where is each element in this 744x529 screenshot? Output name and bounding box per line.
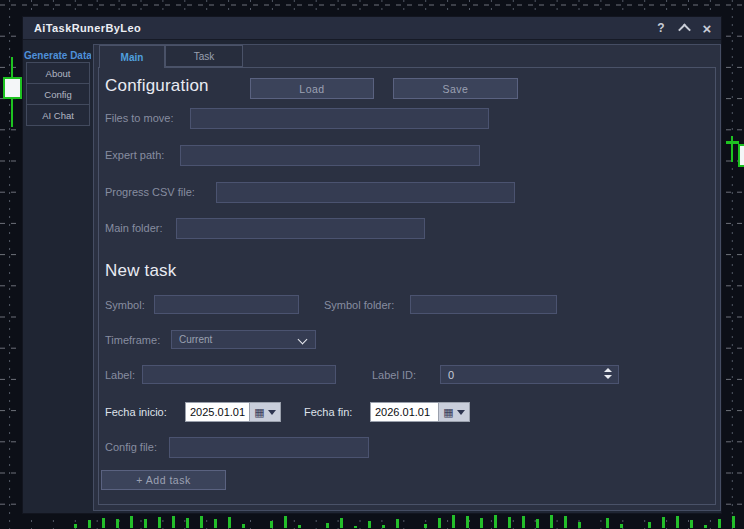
timeframe-select[interactable]: Current	[171, 330, 316, 349]
timeframe-label: Timeframe:	[105, 334, 160, 346]
chevron-down-icon	[298, 335, 308, 345]
sidebar-menu: About Config AI Chat	[26, 63, 90, 126]
sidebar-item-ai-chat[interactable]: AI Chat	[26, 104, 90, 126]
expert-path-input[interactable]	[180, 145, 480, 166]
label-label: Label:	[105, 369, 135, 381]
fecha-fin-label: Fecha fin:	[304, 406, 352, 418]
save-button[interactable]: Save	[393, 78, 518, 99]
tab-task[interactable]: Task	[165, 45, 243, 67]
symbol-input[interactable]	[154, 295, 299, 314]
sidebar-item-generate-data[interactable]: Generate Data	[23, 45, 91, 61]
help-icon[interactable]: ?	[653, 20, 669, 36]
fecha-fin-datepicker[interactable]: 2026.01.01 ▦	[370, 402, 470, 422]
main-tab-content: Configuration Load Save Files to move: E…	[99, 68, 715, 504]
window-controls: ? ×	[653, 17, 715, 39]
fecha-inicio-label: Fecha inicio:	[105, 406, 167, 418]
fecha-inicio-datepicker[interactable]: 2025.01.01 ▦	[185, 402, 281, 422]
calendar-icon[interactable]: ▦	[438, 403, 469, 421]
expert-path-label: Expert path:	[105, 149, 164, 161]
files-to-move-label: Files to move:	[105, 112, 173, 124]
generate-data-label: Generate Data	[24, 50, 91, 61]
label-id-stepper[interactable]: 0	[440, 365, 619, 384]
timeframe-value: Current	[179, 334, 212, 345]
add-task-button[interactable]: + Add task	[101, 470, 226, 490]
tab-page-frame: Configuration Load Save Files to move: E…	[98, 67, 716, 505]
symbol-label: Symbol:	[105, 299, 145, 311]
fecha-fin-value: 2026.01.01	[371, 403, 438, 421]
window-title: AiTaskRunerByLeo	[34, 22, 141, 34]
main-folder-input[interactable]	[176, 218, 425, 239]
calendar-icon[interactable]: ▦	[249, 403, 280, 421]
fecha-inicio-value: 2025.01.01	[186, 403, 249, 421]
tab-main[interactable]: Main	[99, 45, 165, 68]
label-id-label: Label ID:	[372, 369, 416, 381]
sidebar-item-config[interactable]: Config	[26, 83, 90, 105]
config-file-label: Config file:	[105, 441, 157, 453]
close-icon[interactable]: ×	[699, 20, 715, 36]
titlebar[interactable]: AiTaskRunerByLeo ? ×	[23, 17, 721, 40]
spinner-arrows-icon[interactable]	[604, 368, 612, 379]
progress-csv-label: Progress CSV file:	[105, 186, 195, 198]
collapse-icon[interactable]	[676, 20, 692, 36]
load-button[interactable]: Load	[250, 78, 374, 99]
config-file-input[interactable]	[169, 437, 369, 458]
new-task-heading: New task	[105, 261, 177, 281]
symbol-folder-label: Symbol folder:	[324, 299, 394, 311]
ai-task-runner-dialog: AiTaskRunerByLeo ? × Generate Data About…	[22, 16, 722, 514]
progress-csv-input[interactable]	[216, 182, 515, 203]
label-id-value: 0	[448, 369, 454, 381]
mt-chart-background: AiTaskRunerByLeo ? × Generate Data About…	[0, 0, 744, 529]
label-input[interactable]	[142, 365, 336, 384]
main-folder-label: Main folder:	[105, 222, 162, 234]
files-to-move-input[interactable]	[190, 108, 489, 129]
main-panel: Main Task Configuration Load Save Files …	[93, 44, 721, 511]
symbol-folder-input[interactable]	[410, 295, 557, 314]
sidebar-item-about[interactable]: About	[26, 62, 90, 84]
configuration-heading: Configuration	[105, 76, 209, 96]
